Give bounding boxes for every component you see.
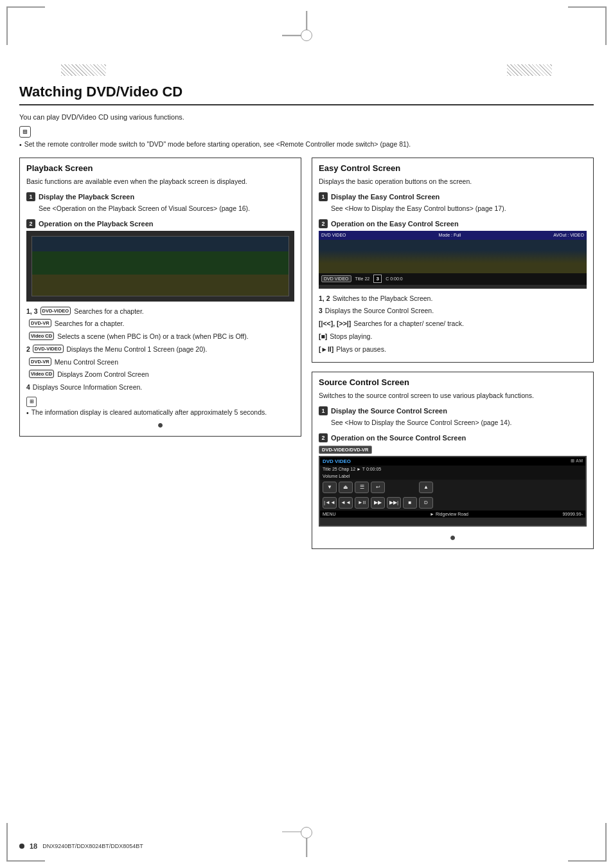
source-dvd-label-wrap: DVD-VIDEO/DVD-VR [319,445,587,456]
playback-item-list: 1, 3 DVD-VIDEO Searches for a chapter. D… [26,307,294,393]
sc-header-icon: ⊞ AM [571,458,583,464]
source-sub1-heading: 1 Display the Source Control Screen [319,406,587,415]
ec-time: C 0:00:0 [386,276,402,281]
pb-item-1-num: 1, 3 [26,307,38,317]
corner-decoration-tr [568,6,607,45]
note-icon: ⊞ [19,126,31,138]
ec-screen-area: SCRN 1 2 [319,240,587,273]
sc-btn-spacer2 [403,482,417,493]
note-bullet: • [26,409,29,417]
ec-dvd-label: DVD VIDEO [321,233,346,237]
pb-item-3-tag-videocd: Video CD [29,332,54,340]
sc-controls-row1: ▼ ⏏ ☰ ↩ ▲ [320,480,585,495]
source-sub2-label: Operation on the Source Control Screen [331,434,466,442]
ec-title: Title 22 [355,276,370,281]
sc-info-1: Title 25 Chap 12 ► T 0:00:05 [323,467,381,471]
column-left: Playback Screen Basic functions are avai… [19,158,301,558]
source-dvd-label: DVD-VIDEO/DVD-VR [319,446,372,454]
pb-item-5-tag: DVD-VR [29,357,51,366]
ec-item-4-num: [■] [319,332,327,342]
easy-sub1-body: See <How to Display the Easy Control but… [319,204,587,214]
sc-btn-eject[interactable]: ⏏ [339,482,353,493]
pb-item-4-num: 2 [26,345,30,355]
column-right: Easy Control Screen Displays the basic o… [312,158,594,558]
easy-item-list: 1, 2 Switches to the Playback Screen. 3 … [319,294,587,355]
hatch-decoration-left [61,64,106,76]
pb-item-7-num: 4 [26,383,30,393]
source-sub2-heading: 2 Operation on the Source Control Screen [319,433,587,442]
pb-item-2: DVD-VR Searches for a chapter. [26,319,294,329]
source-sub1: 1 Display the Source Control Screen See … [319,406,587,428]
ec-item-2-text: Displays the Source Control Screen. [325,306,434,316]
sc-btn-menu[interactable]: ☰ [355,482,369,493]
corner-decoration-tl [6,6,45,45]
easy-control-desc: Displays the basic operation buttons on … [319,177,587,187]
easy-control-section: Easy Control Screen Displays the basic o… [312,158,594,363]
ec-item-3-num: [|<<], [>>|] [319,319,351,329]
sc-btn-stop[interactable]: ■ [403,497,417,509]
sc-btn-next[interactable]: ▶▶| [387,497,401,509]
pb-item-1: 1, 3 DVD-VIDEO Searches for a chapter. [26,307,294,317]
ec-bg [319,240,587,273]
sc-bottom-dist: 99999.99- [562,512,583,516]
source-sub1-label: Display the Source Control Screen [331,407,447,415]
page-number-bar: 18 DNX9240BT/DDX8024BT/DDX8054BT [19,842,143,850]
easy-sub2-badge: 2 [319,219,328,228]
ec-avout: AVOut : VIDEO [553,233,584,237]
playback-sub1-label: Display the Playback Screen [39,193,134,201]
ec-item-4: [■] Stops playing. [319,332,587,342]
easy-sub2-heading: 2 Operation on the Easy Control Screen [319,219,587,228]
two-column-layout: Playback Screen Basic functions are avai… [19,158,594,558]
ec-item-5-text: Plays or pauses. [336,345,386,355]
pb-item-4-text: Displays the Menu Control 1 Screen (page… [67,345,208,355]
easy-sub2: 2 Operation on the Easy Control Screen D… [319,219,587,289]
pb-item-5-text: Menu Control Screen [55,357,118,368]
ec-item-3-text: Searches for a chapter/ scene/ track. [353,319,464,329]
source-sub2-badge: 2 [319,433,328,442]
pb-item-6-tag: Video CD [29,370,54,378]
bullet-icon: • [19,141,22,149]
sc-btn-return[interactable]: ↩ [371,482,385,493]
pb-item-2-text: Searches for a chapter. [55,319,125,329]
sc-btn-spacer [387,482,401,493]
intro-text: You can play DVD/Video CD using various … [19,113,594,121]
source-control-section: Source Control Screen Switches to the so… [312,372,594,549]
note-info-icon: ⊞ [26,397,37,407]
ec-mode: Mode : Full [439,233,461,237]
playback-screen-desc: Basic functions are available even when … [26,177,294,187]
playback-note-row: • The information display is cleared aut… [26,408,294,417]
sc-btn-prev[interactable]: |◄◄ [323,497,337,509]
easy-sub1-badge: 1 [319,192,328,201]
note-remote-text: Set the remote controller mode switch to… [24,140,411,148]
crosshair-bottom [301,827,312,838]
source-sub2: 2 Operation on the Source Control Screen… [319,433,587,527]
bottom-bullet-left: ● [26,419,294,431]
bottom-bullet-right: ● [319,532,587,543]
pb-item-6: Video CD Displays Zoom Control Screen [26,370,294,380]
sc-btn-vol-down[interactable]: ▼ [323,482,337,493]
sc-btn-rew[interactable]: ◄◄ [339,497,353,509]
ec-dvdvideo-label: DVD VIDEO [321,275,351,282]
pb-item-6-text: Displays Zoom Control Screen [57,370,148,380]
playback-sub2-label: Operation on the Playback Screen [39,220,154,228]
ec-item-5: [►II] Plays or pauses. [319,345,587,355]
sc-btn-ff[interactable]: ▶▶ [371,497,385,509]
page-circle-icon [19,844,24,849]
sc-btn-vol-up[interactable]: ▲ [419,482,433,493]
playback-sub1: 1 Display the Playback Screen See <Opera… [26,192,294,214]
pb-item-1-tag-dvdvideo: DVD-VIDEO [40,307,71,315]
sc-btn-disp[interactable]: D [419,497,433,509]
sc-bottom-menu: MENU [323,512,336,516]
sc-btn-play-pause[interactable]: ►II [355,497,369,509]
playback-screen-section: Playback Screen Basic functions are avai… [19,158,301,437]
ec-item-3: [|<<], [>>|] Searches for a chapter/ sce… [319,319,587,329]
easy-control-title: Easy Control Screen [319,163,587,173]
playback-sub1-badge: 1 [26,192,35,201]
ec-item-1-text: Switches to the Playback Screen. [333,294,433,304]
pb-item-2-tag-dvdvr: DVD-VR [29,319,51,327]
ec-item-1-num: 1, 2 [319,294,330,304]
sc-header: DVD VIDEO ⊞ AM [320,457,585,466]
sc-info-row-1: Title 25 Chap 12 ► T 0:00:05 [320,466,585,473]
easy-sub1-label: Display the Easy Control Screen [331,193,440,201]
pb-item-1-text: Searches for a chapter. [74,307,144,317]
